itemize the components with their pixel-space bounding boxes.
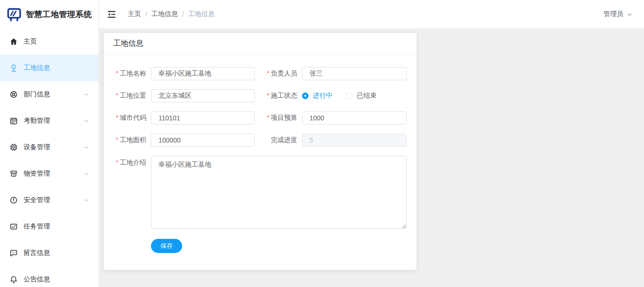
city-code-input[interactable] (151, 111, 255, 125)
notice-bell-icon (9, 275, 18, 284)
user-name: 管理员 (603, 10, 623, 18)
home-icon (9, 37, 18, 46)
chevron-down-icon (84, 92, 89, 97)
breadcrumb-item-site-info[interactable]: 工地信息 (151, 10, 178, 18)
sidebar-collapse-icon[interactable] (107, 9, 117, 19)
chevron-down-icon (84, 144, 89, 150)
sidebar-item-safety[interactable]: 安全管理 (0, 187, 99, 213)
chevron-down-icon (84, 197, 89, 203)
device-chip-icon (9, 143, 18, 152)
manager-input[interactable] (302, 67, 407, 80)
sidebar-item-notices[interactable]: 公告信息 (0, 266, 99, 287)
field-label-budget: *项目预算 (264, 114, 297, 122)
sidebar-item-label: 部门信息 (24, 90, 50, 99)
site-info-form: *工地名称 *负责人员 *工地位置 (104, 55, 417, 270)
sidebar-item-messages[interactable]: 留言信息 (0, 240, 99, 266)
site-name-input[interactable] (151, 67, 255, 80)
sidebar-item-department[interactable]: 部门信息 (0, 81, 99, 108)
site-pin-icon (9, 64, 18, 72)
sidebar-item-label: 物资管理 (24, 169, 50, 178)
main-area: 主页 / 工地信息 / 工地信息 管理员 工地信息 *工地名称 (99, 0, 644, 287)
chevron-down-icon (84, 118, 89, 124)
sidebar-item-label: 设备管理 (24, 143, 50, 152)
required-mark: * (116, 159, 118, 166)
breadcrumb-separator: / (145, 10, 147, 18)
site-info-card: 工地信息 *工地名称 *负责人员 (104, 33, 417, 270)
sidebar-item-home[interactable]: 主页 (0, 28, 99, 55)
breadcrumb-item-home[interactable]: 主页 (128, 10, 141, 18)
department-buoy-icon (9, 90, 18, 99)
sidebar-item-site-info[interactable]: 工地信息 (0, 55, 99, 81)
app-layout: 智慧工地管理系统 主页 工地信息 (0, 0, 644, 287)
chevron-down-icon (84, 171, 89, 177)
radio-label: 已结束 (357, 92, 376, 100)
task-card-icon (9, 222, 18, 231)
materials-box-icon (9, 169, 18, 178)
attendance-calendar-icon (9, 117, 18, 125)
budget-input[interactable] (302, 111, 407, 125)
sidebar-item-attendance[interactable]: 考勤管理 (0, 108, 99, 134)
card-title: 工地信息 (104, 33, 417, 55)
app-title: 智慧工地管理系统 (26, 9, 92, 20)
required-mark: * (116, 69, 118, 77)
sidebar-item-label: 考勤管理 (24, 117, 50, 125)
intro-textarea[interactable]: 幸福小区施工基地 (151, 156, 407, 229)
radio-label: 进行中 (313, 92, 333, 100)
field-label-intro: *工地介绍 (113, 159, 146, 167)
required-mark: * (116, 136, 118, 144)
required-mark: * (267, 69, 269, 77)
required-mark: * (116, 92, 118, 99)
status-radio-group: 进行中 已结束 (302, 89, 376, 102)
breadcrumb-separator: / (182, 10, 184, 18)
field-label-location: *工地位置 (113, 92, 146, 100)
field-label-manager: *负责人员 (264, 69, 297, 78)
field-label-city-code: *城市代码 (113, 114, 146, 122)
app-logo: 智慧工地管理系统 (0, 0, 99, 28)
field-label-area: *工地面积 (113, 136, 146, 144)
location-input[interactable] (151, 89, 255, 102)
construction-barrier-logo-icon (6, 6, 22, 22)
message-bubble-icon (9, 249, 18, 257)
required-mark: * (116, 114, 118, 121)
area-input[interactable] (151, 134, 255, 147)
breadcrumb-item-current: 工地信息 (188, 10, 215, 18)
user-dropdown[interactable]: 管理员 (603, 10, 633, 18)
sidebar-item-label: 工地信息 (24, 64, 50, 72)
field-label-progress: 完成进度 (264, 136, 297, 144)
breadcrumb: 主页 / 工地信息 / 工地信息 (128, 10, 215, 18)
progress-input (302, 134, 407, 147)
status-radio-finished[interactable]: 已结束 (346, 92, 376, 100)
content-area: 工地信息 *工地名称 *负责人员 (99, 28, 644, 287)
sidebar-item-label: 留言信息 (24, 249, 50, 257)
sidebar: 智慧工地管理系统 主页 工地信息 (0, 0, 99, 287)
sidebar-item-label: 任务管理 (24, 222, 50, 231)
field-label-site-name: *工地名称 (113, 69, 146, 78)
sidebar-item-label: 安全管理 (24, 196, 50, 204)
required-mark: * (267, 114, 269, 121)
chevron-down-icon (627, 11, 633, 17)
radio-dot-icon (302, 93, 309, 99)
sidebar-item-materials[interactable]: 物资管理 (0, 160, 99, 187)
sidebar-item-label: 公告信息 (24, 275, 50, 284)
sidebar-item-devices[interactable]: 设备管理 (0, 134, 99, 160)
safety-warning-icon (9, 196, 18, 204)
save-button[interactable]: 保存 (151, 239, 182, 253)
sidebar-nav: 主页 工地信息 部门信息 (0, 28, 99, 287)
sidebar-item-label: 主页 (24, 37, 37, 46)
status-radio-in-progress[interactable]: 进行中 (302, 92, 333, 100)
top-header: 主页 / 工地信息 / 工地信息 管理员 (99, 0, 644, 28)
sidebar-item-tasks[interactable]: 任务管理 (0, 213, 99, 240)
radio-dot-icon (346, 93, 352, 99)
field-label-status: *施工状态 (264, 92, 297, 100)
required-mark: * (267, 92, 269, 99)
